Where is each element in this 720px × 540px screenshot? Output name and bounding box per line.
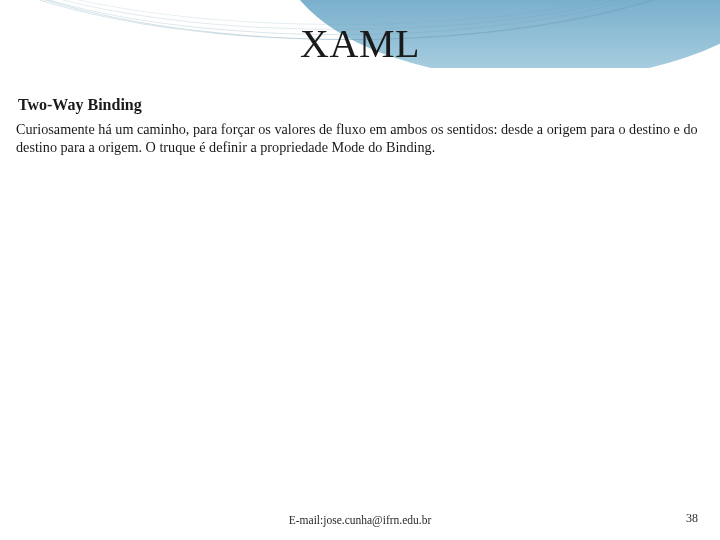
page-number: 38 — [686, 511, 698, 526]
slide-title: XAML — [0, 20, 720, 67]
slide-subtitle: Two-Way Binding — [18, 96, 142, 114]
slide-body-text: Curiosamente há um caminho, para forçar … — [16, 120, 704, 156]
footer-email: E-mail:jose.cunha@ifrn.edu.br — [0, 514, 720, 526]
